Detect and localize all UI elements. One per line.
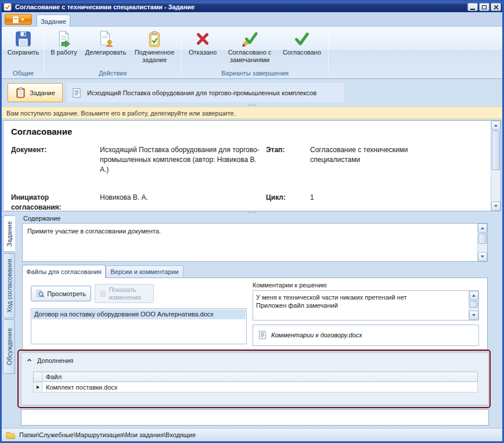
ribbon-group-actions: В работу Делегировать: [45, 27, 181, 78]
maximize-icon: [482, 5, 487, 9]
approved-button[interactable]: Согласовано: [278, 29, 326, 65]
close-icon: [494, 5, 499, 10]
addition-file-name: Комплект поставки.docx: [42, 382, 477, 392]
minimize-button[interactable]: [467, 3, 478, 11]
content-label: Содержание: [23, 215, 60, 222]
splitter-grip[interactable]: [249, 212, 255, 213]
document-value: Исходящий Поставка оборудования для торг…: [100, 145, 264, 175]
scroll-up-button[interactable]: [478, 224, 487, 233]
comments-text: У меня к технической части никаких прете…: [256, 293, 466, 309]
delegate-button[interactable]: Делегировать: [82, 29, 129, 65]
scroll-thumb[interactable]: [492, 131, 500, 170]
additions-table: Файл Комплект поставки.docx: [33, 372, 478, 392]
subordinate-task-button[interactable]: Подчиненное задание: [129, 29, 180, 65]
comments-scrollbar[interactable]: [469, 291, 478, 320]
stage-value: Согласование с техническими специалистам…: [310, 145, 426, 165]
table-header-row: Файл: [33, 372, 478, 382]
approved-icon: [293, 30, 311, 48]
notification-bar: Вам поступило задание. Возьмите его в ра…: [2, 107, 502, 119]
comment-file-name: Комментарии к договору.docx: [271, 332, 362, 338]
rejected-button[interactable]: Отказано: [184, 29, 221, 65]
save-button[interactable]: Сохранить: [5, 29, 42, 57]
ribbon-group-completion: Отказано Согласовано с замечаниями Согла…: [182, 27, 327, 78]
to-work-button[interactable]: В работу: [45, 29, 82, 65]
show-changes-button[interactable]: Показать изменения: [95, 284, 154, 303]
document-label: Документ:: [11, 145, 46, 155]
attachments-bar: Задание Исходящий Поставка оборудования …: [2, 79, 502, 107]
comment-files-box: Комментарии к договору.docx: [253, 325, 479, 346]
document-icon: [258, 330, 267, 340]
list-item[interactable]: Договор на поставку оборудования ООО Аль…: [32, 309, 246, 319]
status-bar: Папки\Служебные\Маршрутизация\Мои задани…: [2, 428, 502, 441]
task-card: Согласование Документ: Исходящий Поставк…: [3, 120, 501, 211]
window-title: Согласование с техническими специалистам…: [15, 3, 195, 10]
application-menu-button[interactable]: [5, 14, 32, 25]
subtask-icon: [146, 30, 163, 48]
save-icon: [15, 30, 32, 48]
scroll-up-icon: [494, 124, 498, 127]
scroll-up-icon: [472, 294, 476, 297]
chevron-up-icon: [26, 357, 33, 363]
scroll-down-button[interactable]: [469, 311, 478, 320]
show-changes-icon: [100, 289, 106, 298]
view-icon: [36, 289, 44, 298]
ribbon-group-label: Общие: [3, 70, 44, 77]
comments-label: Комментарии к решению: [253, 282, 327, 289]
files-panel: Просмотреть Показать изменения Договор н…: [22, 278, 488, 351]
close-button[interactable]: [491, 3, 501, 11]
ribbon-separator: [328, 31, 329, 74]
header-gutter-cell: [34, 372, 42, 381]
comments-box[interactable]: У меня к технической части никаких прете…: [253, 290, 479, 320]
content-text: Примите участие в согласовании документа…: [27, 228, 473, 235]
comment-file-item[interactable]: Комментарии к договору.docx: [258, 330, 362, 340]
cycle-value: 1: [310, 193, 314, 203]
view-button[interactable]: Просмотреть: [31, 286, 91, 301]
minimize-icon: [470, 9, 475, 10]
ribbon-separator: [44, 31, 44, 74]
side-tab-discussion[interactable]: Обсуждение: [3, 319, 15, 374]
document-icon: [71, 88, 82, 98]
breadcrumb: Папки\Служебные\Маршрутизация\Мои задани…: [19, 431, 196, 438]
delegate-icon: [97, 30, 114, 48]
ribbon-group-label: Варианты завершения: [182, 70, 327, 77]
content-textarea[interactable]: Примите участие в согласовании документа…: [22, 223, 488, 262]
scroll-up-icon: [481, 227, 484, 229]
scroll-down-button[interactable]: [478, 252, 487, 261]
document-attachment-tab[interactable]: Исходящий Поставка оборудования для торг…: [67, 83, 344, 102]
notification-text: Вам поступило задание. Возьмите его в ра…: [6, 110, 236, 117]
window-icon: [3, 3, 12, 11]
scroll-down-button[interactable]: [491, 201, 501, 211]
task-attachment-tab[interactable]: Задание: [8, 83, 63, 102]
row-selector-cell[interactable]: [34, 382, 42, 392]
scroll-thumb[interactable]: [470, 301, 478, 308]
scroll-up-button[interactable]: [469, 291, 478, 300]
cycle-label: Цикл:: [266, 193, 286, 203]
approved-with-remarks-button[interactable]: Согласовано с замечаниями: [221, 29, 278, 65]
row-marker-icon: [37, 386, 39, 389]
files-list[interactable]: Договор на поставку оборудования ООО Аль…: [31, 308, 247, 344]
side-tab-task[interactable]: Задание: [3, 215, 15, 252]
tab-files-for-approval[interactable]: Файлы для согласования: [22, 265, 106, 278]
folder-icon: [6, 431, 15, 439]
collapse-button[interactable]: [25, 356, 33, 364]
card-title: Согласование: [11, 127, 72, 136]
scroll-thumb[interactable]: [478, 233, 487, 244]
tab-versions-and-comments[interactable]: Версии и комментарии: [106, 265, 183, 278]
card-scrollbar[interactable]: [491, 121, 501, 211]
column-header-file[interactable]: Файл: [42, 372, 477, 381]
scroll-up-button[interactable]: [491, 121, 501, 130]
app-menu-icon: [13, 16, 19, 23]
side-tab-approval-progress[interactable]: Ход согласования: [3, 253, 15, 318]
to-work-icon: [55, 30, 73, 48]
rejected-icon: [194, 30, 211, 48]
splitter-grip[interactable]: [249, 105, 255, 106]
approved-with-remarks-icon: [241, 30, 258, 48]
initiator-label: Инициатор согласования:: [11, 193, 80, 211]
application-window: Согласование с техническими специалистам…: [0, 0, 504, 443]
table-row[interactable]: Комплект поставки.docx: [33, 382, 478, 392]
maximize-button[interactable]: [479, 3, 489, 11]
ribbon-tab-task[interactable]: Задание: [37, 15, 70, 27]
title-bar[interactable]: Согласование с техническими специалистам…: [2, 2, 502, 12]
content-scrollbar[interactable]: [477, 224, 487, 261]
ribbon-group-label: Действия: [45, 70, 181, 77]
